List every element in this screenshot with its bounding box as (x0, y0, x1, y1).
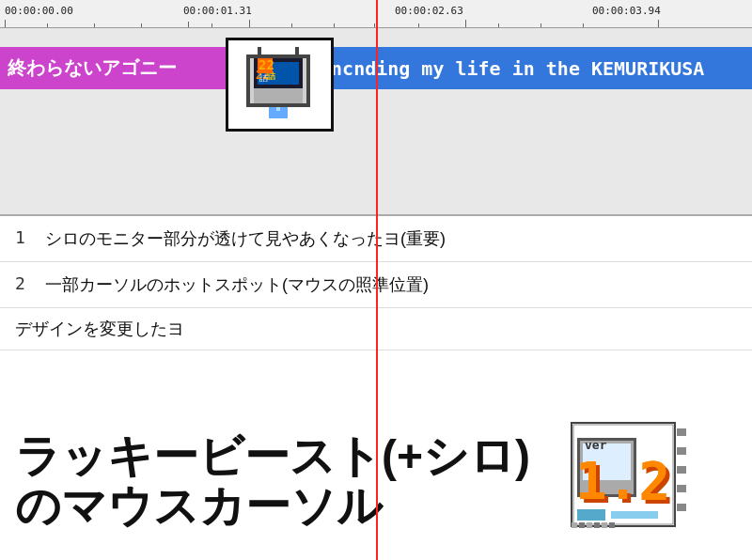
playhead-line (376, 0, 378, 560)
track-purple-text: 終わらないアゴニー (8, 55, 177, 81)
version-badge (555, 410, 696, 541)
ruler-mark-1: 00:00:01.31 (183, 5, 252, 17)
ruler-mark-0: 00:00:00.00 (5, 5, 73, 17)
ruler-mark-2: 00:00:02.63 (395, 5, 463, 17)
sprite-box (226, 38, 334, 132)
list-text-2: 一部カーソルのホットスポット(マウスの照準位置) (45, 273, 429, 296)
title-line-2: のマウスカーソル (15, 482, 530, 532)
version-badge-icon (555, 410, 696, 541)
list-number-1: 1 (15, 227, 34, 247)
track-blue: incnding my life in the KEMURIKUSA (263, 47, 752, 89)
device-sprite-icon (239, 43, 321, 126)
list-number-2: 2 (15, 273, 34, 293)
ruler-mark-3: 00:00:03.94 (592, 5, 661, 17)
title-line-1: ラッキービースト(+シロ) (15, 432, 530, 482)
track-purple: 終わらないアゴニー (0, 47, 263, 89)
list-text-1: シロのモニター部分が透けて見やあくなったヨ(重要) (45, 227, 446, 250)
big-title: ラッキービースト(+シロ) のマウスカーソル (15, 432, 530, 532)
